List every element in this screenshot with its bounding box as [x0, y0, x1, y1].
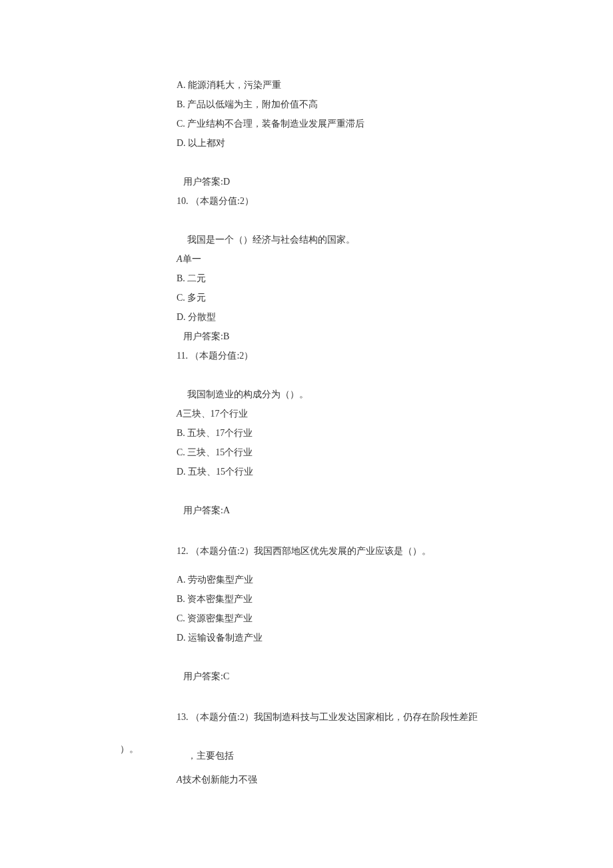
- q11-option-b: B. 五块、17个行业: [177, 423, 576, 443]
- q12-option-c: C. 资源密集型产业: [177, 609, 576, 628]
- italic-a-label: A: [177, 409, 183, 419]
- q12-header: 12. （本题分值:2）我国西部地区优先发展的产业应该是（）。: [177, 541, 576, 561]
- q10-stem: 我国是一个（）经济与社会结构的国家。: [187, 230, 576, 249]
- q10-option-c: C. 多元: [177, 288, 576, 307]
- q12-option-d: D. 运输设备制造产业: [177, 628, 576, 647]
- q13-option-a-text: 技术创新能力不强: [183, 775, 257, 785]
- q11-option-c: C. 三块、15个行业: [177, 443, 576, 462]
- q10-option-d: D. 分散型: [177, 307, 576, 327]
- italic-a-label: A: [177, 775, 183, 785]
- q12-answer: 用户答案:C: [183, 667, 576, 686]
- q10-option-a-text: 单一: [183, 254, 201, 264]
- q11-option-a: A三块、17个行业: [177, 404, 576, 423]
- q11-stem: 我国制造业的构成分为（）。: [187, 385, 576, 404]
- q10-option-a: A单一: [177, 249, 576, 269]
- q11-header: 11. （本题分值:2）: [177, 346, 576, 365]
- q10-answer: 用户答案:B: [183, 327, 576, 346]
- q12-option-b: B. 资本密集型产业: [177, 589, 576, 609]
- q10-option-b: B. 二元: [177, 269, 576, 288]
- q11-answer: 用户答案:A: [183, 501, 576, 520]
- q9-option-a: A. 能源消耗大，污染严重: [177, 75, 576, 95]
- q9-option-b: B. 产品以低端为主，附加价值不高: [177, 95, 576, 114]
- q11-option-a-text: 三块、17个行业: [183, 409, 248, 419]
- q13-stem-outdent: ）。: [120, 743, 139, 755]
- q12-option-a: A. 劳动密集型产业: [177, 570, 576, 589]
- italic-a-label: A: [177, 254, 183, 264]
- q9-option-d: D. 以上都对: [177, 133, 576, 153]
- q9-option-c: C. 产业结构不合理，装备制造业发展严重滞后: [177, 114, 576, 133]
- q11-option-d: D. 五块、15个行业: [177, 462, 576, 481]
- q9-answer: 用户答案:D: [183, 172, 576, 191]
- q13-stem-part2: ，主要包括: [187, 746, 576, 765]
- q13-header: 13. （本题分值:2）我国制造科技与工业发达国家相比，仍存在阶段性差距: [177, 707, 576, 727]
- q13-option-a: A技术创新能力不强: [177, 770, 257, 789]
- q10-header: 10. （本题分值:2）: [177, 191, 576, 211]
